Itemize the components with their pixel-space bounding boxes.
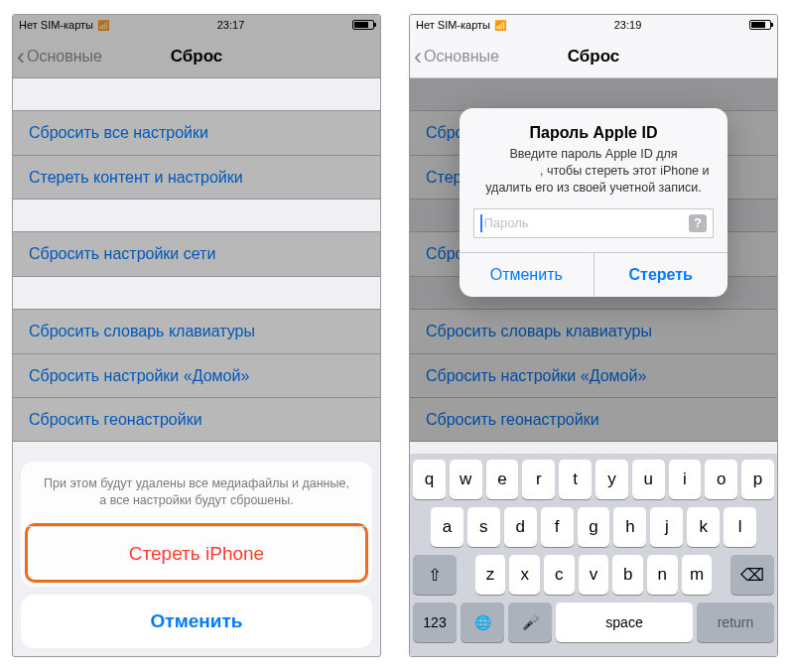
key-s[interactable]: s bbox=[467, 507, 500, 547]
key-c[interactable]: c bbox=[544, 555, 575, 595]
wifi-icon bbox=[97, 19, 109, 31]
action-sheet: При этом будут удалены все медиафайлы и … bbox=[21, 462, 372, 648]
mic-key[interactable]: 🎤 bbox=[508, 603, 552, 642]
password-field[interactable]: Пароль ? bbox=[473, 208, 714, 238]
key-z[interactable]: z bbox=[475, 555, 506, 595]
row-reset-location[interactable]: Сбросить геонастройки bbox=[13, 397, 380, 441]
carrier-label: Нет SIM-карты bbox=[416, 19, 490, 31]
nav-bar: ‹ Основные Сброс bbox=[410, 35, 777, 78]
key-x[interactable]: x bbox=[509, 555, 540, 595]
key-a[interactable]: a bbox=[431, 507, 463, 547]
key-q[interactable]: q bbox=[413, 460, 446, 499]
key-j[interactable]: j bbox=[650, 507, 683, 547]
key-o[interactable]: o bbox=[705, 460, 737, 499]
space-key[interactable]: space bbox=[556, 603, 693, 642]
settings-list: Сбросить все настройки Стереть контент и… bbox=[13, 110, 380, 442]
key-g[interactable]: g bbox=[578, 507, 610, 547]
page-title: Сброс bbox=[13, 47, 380, 67]
key-i[interactable]: i bbox=[669, 460, 702, 499]
row-reset-keyboard-dict[interactable]: Сбросить словарь клавиатуры bbox=[13, 310, 380, 353]
nav-bar: ‹ Основные Сброс bbox=[13, 35, 380, 78]
alert-cancel-button[interactable]: Отменить bbox=[460, 253, 594, 297]
apple-id-password-alert: Пароль Apple ID Введите пароль Apple ID … bbox=[460, 108, 728, 297]
alert-message: Введите пароль Apple ID для , чтобы стер… bbox=[460, 146, 728, 208]
wifi-icon bbox=[494, 19, 506, 31]
keyboard-row-4: 123 🌐 🎤 space return bbox=[413, 603, 774, 642]
key-d[interactable]: d bbox=[504, 507, 537, 547]
clock: 23:19 bbox=[614, 19, 642, 31]
key-w[interactable]: w bbox=[450, 460, 482, 499]
battery-icon bbox=[749, 20, 771, 30]
return-key[interactable]: return bbox=[697, 603, 774, 642]
shift-key[interactable]: ⇧ bbox=[413, 555, 457, 595]
globe-key[interactable]: 🌐 bbox=[461, 603, 504, 642]
page-title: Сброс bbox=[410, 47, 777, 67]
key-r[interactable]: r bbox=[522, 460, 555, 499]
row-reset-home[interactable]: Сбросить настройки «Домой» bbox=[13, 353, 380, 397]
key-v[interactable]: v bbox=[579, 555, 609, 595]
help-icon[interactable]: ? bbox=[689, 214, 707, 232]
keyboard: qwertyuiop asdfghjkl ⇧ zxcvbnm ⌫ 123 🌐 🎤… bbox=[410, 454, 777, 656]
backspace-key[interactable]: ⌫ bbox=[730, 555, 774, 595]
phone-right: Нет SIM-карты 23:19 ‹ Основные Сброс Сбр… bbox=[409, 14, 778, 657]
key-m[interactable]: m bbox=[682, 555, 713, 595]
key-n[interactable]: n bbox=[647, 555, 678, 595]
status-bar: Нет SIM-карты 23:19 bbox=[410, 15, 777, 35]
cancel-button[interactable]: Отменить bbox=[21, 595, 372, 648]
key-t[interactable]: t bbox=[559, 460, 592, 499]
row-erase-content-settings[interactable]: Стереть контент и настройки bbox=[13, 155, 380, 199]
alert-erase-button[interactable]: Стереть bbox=[594, 253, 728, 297]
status-bar: Нет SIM-карты 23:17 bbox=[13, 15, 380, 35]
numbers-key[interactable]: 123 bbox=[413, 603, 457, 642]
keyboard-row-3: ⇧ zxcvbnm ⌫ bbox=[413, 555, 774, 595]
keyboard-row-1: qwertyuiop bbox=[413, 460, 774, 499]
row-reset-all-settings[interactable]: Сбросить все настройки bbox=[13, 111, 380, 155]
row-reset-network[interactable]: Сбросить настройки сети bbox=[13, 232, 380, 276]
key-b[interactable]: b bbox=[612, 555, 643, 595]
key-h[interactable]: h bbox=[613, 507, 646, 547]
alert-title: Пароль Apple ID bbox=[460, 108, 728, 146]
key-e[interactable]: e bbox=[486, 460, 519, 499]
key-p[interactable]: p bbox=[741, 460, 774, 499]
erase-iphone-button[interactable]: Стереть iPhone bbox=[28, 526, 365, 580]
keyboard-row-2: asdfghjkl bbox=[413, 507, 774, 547]
key-k[interactable]: k bbox=[687, 507, 720, 547]
text-cursor bbox=[480, 214, 482, 232]
phone-left: Нет SIM-карты 23:17 ‹ Основные Сброс Сбр… bbox=[12, 14, 381, 657]
key-l[interactable]: l bbox=[724, 507, 756, 547]
key-y[interactable]: y bbox=[596, 460, 628, 499]
carrier-label: Нет SIM-карты bbox=[19, 19, 93, 31]
clock: 23:17 bbox=[217, 19, 245, 31]
action-sheet-message: При этом будут удалены все медиафайлы и … bbox=[21, 462, 372, 525]
key-u[interactable]: u bbox=[632, 460, 665, 499]
key-f[interactable]: f bbox=[541, 507, 574, 547]
battery-icon bbox=[352, 20, 374, 30]
password-placeholder: Пароль bbox=[484, 215, 690, 230]
